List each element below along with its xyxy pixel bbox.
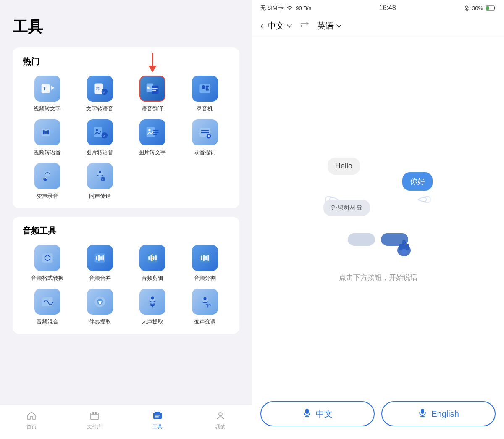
tool-item-recorder[interactable]: 录音机	[180, 76, 229, 113]
tool-icon-vocal-extract	[139, 289, 165, 315]
tool-label-accompaniment: 伴奏提取	[89, 318, 111, 326]
svg-rect-74	[155, 415, 160, 416]
tool-item-audio-mix[interactable]: 音频混合	[23, 289, 72, 326]
bubble-nihao: 你好	[402, 172, 433, 191]
nav-label-tools: 工具	[152, 423, 163, 431]
svg-rect-72	[153, 413, 162, 419]
svg-rect-57	[201, 256, 202, 260]
svg-rect-28	[146, 127, 155, 137]
nav-item-tools[interactable]: 工具	[126, 410, 189, 431]
bubble-hello: Hello	[328, 158, 360, 175]
tool-icon-audio-merge	[87, 245, 113, 271]
tool-item-voice-change[interactable]: 变声录音	[23, 163, 72, 200]
tool-item-audio-merge[interactable]: 音频合并	[75, 245, 124, 282]
tool-item-voice-translate[interactable]: En 语音翻译	[128, 76, 177, 113]
tool-label-text-to-speech: 文字转语音	[86, 105, 113, 113]
wifi-icon	[286, 5, 293, 11]
svg-rect-59	[205, 256, 207, 260]
bubble-korean: 안녕하세요	[323, 200, 370, 216]
status-left: 无 SIM 卡 90 B/s	[260, 4, 311, 12]
nav-item-files[interactable]: 文件库	[63, 410, 126, 431]
mic-english-icon	[418, 408, 427, 420]
battery-icon	[486, 5, 496, 11]
tool-item-text-to-speech[interactable]: 文 ♪ 文字转语音	[75, 76, 124, 113]
svg-rect-75	[155, 416, 159, 418]
nav-item-home[interactable]: 首页	[0, 410, 63, 431]
svg-rect-13	[152, 90, 156, 91]
audio-section-title: 音频工具	[23, 225, 229, 237]
tool-icon-audio-mix	[34, 289, 60, 315]
tool-item-audio-cut[interactable]: 音频剪辑	[128, 245, 177, 282]
swap-icon[interactable]	[299, 21, 310, 30]
back-button[interactable]: ‹	[260, 21, 263, 32]
tool-item-vocal-extract[interactable]: 人声提取	[128, 289, 177, 326]
tool-label-audio-merge: 音频合并	[89, 274, 111, 282]
svg-rect-51	[148, 256, 150, 260]
status-signal: 无 SIM 卡	[260, 4, 284, 12]
nav-item-profile[interactable]: 我的	[189, 410, 252, 431]
svg-rect-52	[150, 255, 152, 261]
svg-rect-31	[153, 132, 158, 133]
chinese-speak-button[interactable]: 中文	[260, 401, 375, 426]
home-icon	[26, 410, 37, 422]
tool-icon-video-to-text: T	[34, 76, 60, 102]
tool-icon-text-to-speech: 文 ♪	[87, 76, 113, 102]
right-panel: 无 SIM 卡 90 B/s 16:48 30% ‹ 中文	[252, 0, 504, 439]
tool-item-audio-convert[interactable]: 音频格式转换	[23, 245, 72, 282]
from-lang-selector[interactable]: 中文	[268, 20, 292, 32]
svg-marker-23	[51, 129, 54, 134]
tool-item-image-to-speech[interactable]: ♪ 图片转语音	[75, 119, 124, 156]
tool-icon-image-to-speech: ♪	[87, 119, 113, 145]
svg-point-76	[219, 413, 222, 416]
tool-label-image-to-speech: 图片转语音	[86, 149, 113, 156]
page-title: 工具	[13, 17, 239, 37]
svg-rect-47	[98, 255, 100, 261]
status-time: 16:48	[379, 4, 396, 12]
svg-text:♪: ♪	[103, 90, 105, 94]
tool-item-audio-split[interactable]: 音频分割	[180, 245, 229, 282]
svg-point-84	[402, 249, 407, 254]
svg-text:En: En	[147, 86, 151, 89]
svg-rect-22	[47, 130, 49, 135]
nav-label-files: 文件库	[87, 423, 102, 431]
tool-label-vocal-extract: 人声提取	[142, 318, 163, 326]
svg-rect-32	[153, 134, 157, 135]
svg-marker-2	[51, 86, 54, 90]
svg-rect-16	[205, 86, 208, 87]
svg-point-29	[148, 129, 150, 131]
hint-text: 点击下方按钮，开始说话	[339, 273, 417, 282]
tool-label-voice-tune: 变声变调	[194, 318, 216, 326]
tool-item-simultaneous[interactable]: ♪ 同声传译	[75, 163, 124, 200]
to-lang-selector[interactable]: 英语	[317, 20, 341, 32]
status-battery-text: 30%	[472, 5, 483, 11]
tool-item-image-to-text[interactable]: 图片转文字	[128, 119, 177, 156]
to-lang-label: 英语	[317, 20, 334, 32]
svg-rect-17	[205, 87, 207, 89]
tool-item-video-to-text[interactable]: T 视频转文字	[23, 76, 72, 113]
tool-item-accompaniment[interactable]: 伴奏提取	[75, 289, 124, 326]
tool-item-video-to-audio[interactable]: 视频转语音	[23, 119, 72, 156]
svg-rect-71	[95, 412, 97, 414]
tool-item-voice-tune[interactable]: 变声变调	[180, 289, 229, 326]
tool-icon-image-to-text	[139, 119, 165, 145]
english-speak-button[interactable]: English	[381, 401, 496, 426]
svg-text:♪: ♪	[103, 134, 105, 138]
tool-label-video-to-audio: 视频转语音	[34, 149, 61, 156]
tool-label-audio-prompt: 录音提词	[194, 149, 216, 156]
tool-icon-audio-split	[192, 245, 218, 271]
svg-rect-70	[92, 412, 94, 414]
tool-label-audio-convert: 音频格式转换	[31, 274, 64, 282]
tool-label-audio-mix: 音频混合	[37, 318, 58, 326]
svg-rect-83	[406, 244, 409, 250]
left-panel: 工具 热门 T 视频转文字 文	[0, 0, 252, 439]
bluetooth-icon	[464, 5, 470, 11]
hot-section-card: 热门 T 视频转文字 文	[13, 47, 239, 208]
svg-rect-12	[152, 88, 158, 89]
svg-rect-46	[96, 256, 97, 260]
svg-rect-34	[201, 130, 209, 131]
tool-label-audio-split: 音频分割	[194, 274, 216, 282]
svg-point-66	[151, 296, 154, 299]
tool-item-audio-prompt[interactable]: 录音提词	[180, 119, 229, 156]
nav-label-home: 首页	[26, 423, 37, 431]
tool-icon-voice-translate: En	[139, 76, 165, 102]
